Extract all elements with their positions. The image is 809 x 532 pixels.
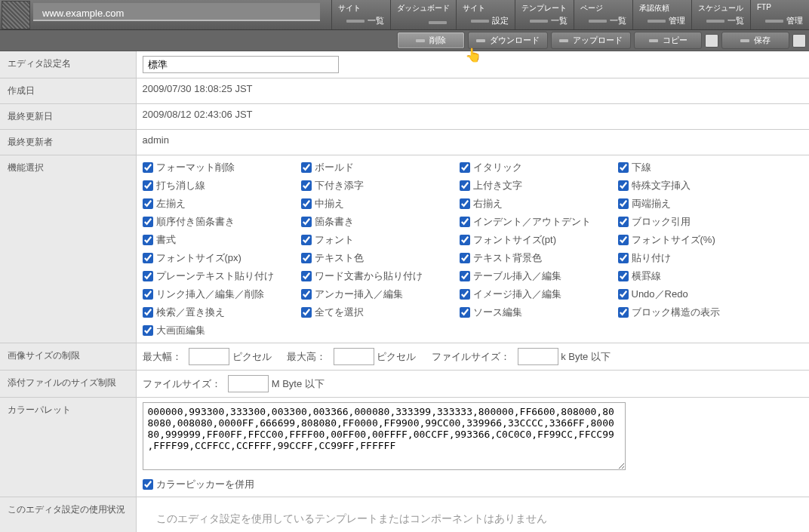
feature-checkbox[interactable] [460,271,470,281]
color-picker-checkbox[interactable] [143,479,153,490]
nav-tab-1[interactable]: ダッシュボード [390,0,456,29]
feature-item: ワード文書から貼り付け [301,269,460,284]
feature-checkbox[interactable] [301,307,312,318]
feature-item: 全てを選択 [301,305,460,320]
feature-label: テキスト背景色 [473,251,542,265]
feature-item: 右揃え [460,196,618,211]
feature-checkbox[interactable] [143,325,153,336]
feature-item: 上付き文字 [460,178,618,193]
nav-tab-6[interactable]: スケジュール一覧 [691,0,750,29]
feature-item: 下付き添字 [301,178,460,193]
save-aux-icon[interactable] [792,34,806,48]
nav-tab-3[interactable]: テンプレート一覧 [515,0,574,29]
feature-item: リンク挿入／編集／削除 [143,287,301,302]
nav-tab-4[interactable]: ページ一覧 [574,0,632,29]
feature-checkbox[interactable] [460,289,470,300]
palette-textarea[interactable] [143,402,626,470]
download-button[interactable]: ダウンロード [468,32,548,49]
feature-item: フォント [301,232,460,248]
max-height-input[interactable] [334,348,374,365]
feature-item: 下線 [618,160,777,175]
feature-checkbox[interactable] [143,162,153,173]
feature-item: 順序付き箇条書き [143,214,301,229]
feature-label: 右揃え [473,197,503,211]
feature-checkbox[interactable] [301,253,312,263]
feature-item: 左揃え [143,196,301,211]
img-filesize-input[interactable] [518,348,558,365]
feature-label: ブロック引用 [632,215,691,229]
feature-label: 横罫線 [632,269,661,283]
logo-icon[interactable] [2,1,30,29]
feature-label: 打ち消し線 [156,179,205,192]
feature-checkbox[interactable] [618,198,629,209]
label-attach-size: 添付ファイルのサイズ制限 [0,371,136,398]
feature-label: 下線 [632,161,651,174]
editor-name-input[interactable] [143,56,339,73]
feature-checkbox[interactable] [301,198,312,209]
feature-label: 上付き文字 [473,179,522,192]
feature-checkbox[interactable] [301,235,312,245]
feature-checkbox[interactable] [143,271,153,281]
feature-item: テキスト背景色 [460,251,618,266]
feature-checkbox[interactable] [143,235,153,245]
feature-checkbox[interactable] [618,162,629,173]
feature-checkbox[interactable] [301,271,312,281]
feature-checkbox[interactable] [143,289,153,300]
feature-item: テキスト色 [301,251,460,266]
label-editor-name: エディタ設定名 [0,51,136,78]
feature-label: ブロック構造の表示 [632,306,720,319]
feature-checkbox[interactable] [618,180,629,191]
upload-button[interactable]: アップロード [551,32,631,49]
feature-checkbox[interactable] [143,253,153,263]
label-created: 作成日 [0,78,136,104]
feature-item: インデント／アウトデント [460,214,618,229]
nav-tab-5[interactable]: 承認依頼管理 [632,0,691,29]
feature-item: ボールド [301,160,460,175]
feature-item: フォントサイズ(px) [143,251,301,266]
feature-checkbox[interactable] [460,217,470,227]
feature-checkbox[interactable] [460,235,470,245]
nav-tab-2[interactable]: サイト設定 [456,0,515,29]
feature-item: 貼り付け [618,251,777,266]
feature-checkbox[interactable] [460,162,470,173]
max-width-input[interactable] [189,348,229,365]
feature-label: プレーンテキスト貼り付け [156,269,274,283]
feature-checkbox[interactable] [301,217,312,227]
feature-label: フォントサイズ(pt) [473,233,557,247]
feature-checkbox[interactable] [618,307,629,318]
attach-filesize-input[interactable] [228,375,269,392]
feature-label: 中揃え [315,197,344,211]
feature-checkbox[interactable] [143,217,153,227]
nav-tab-0[interactable]: サイト一覧 [331,0,390,29]
feature-item: アンカー挿入／編集 [301,287,460,302]
copy-button[interactable]: コピー [634,32,702,49]
value-created: 2009/07/30 18:08:25 JST [136,78,809,104]
feature-checkbox[interactable] [460,180,470,191]
feature-checkbox[interactable] [460,253,470,263]
feature-checkbox[interactable] [618,235,629,245]
feature-checkbox[interactable] [618,271,629,281]
feature-label: インデント／アウトデント [473,215,591,229]
feature-checkbox[interactable] [143,180,153,191]
nav-tab-7[interactable]: FTP管理 [750,0,809,29]
feature-label: 下付き添字 [315,179,364,192]
feature-label: 貼り付け [632,251,671,265]
save-button[interactable]: 保存 [721,32,789,49]
feature-label: イメージ挿入／編集 [473,288,561,301]
feature-checkbox[interactable] [460,307,470,318]
feature-label: 特殊文字挿入 [632,179,691,192]
delete-button[interactable]: 削除 [397,32,465,49]
feature-checkbox[interactable] [618,289,629,300]
feature-checkbox[interactable] [301,289,312,300]
feature-checkbox[interactable] [301,162,312,173]
site-url[interactable]: www.example.com [33,3,320,21]
feature-checkbox[interactable] [143,198,153,209]
feature-checkbox[interactable] [618,217,629,227]
feature-item: フォントサイズ(pt) [460,232,618,248]
feature-checkbox[interactable] [301,180,312,191]
label-updater: 最終更新者 [0,130,136,155]
feature-checkbox[interactable] [460,198,470,209]
feature-checkbox[interactable] [143,307,153,318]
copy-aux-icon[interactable] [705,34,718,48]
feature-checkbox[interactable] [618,253,629,263]
